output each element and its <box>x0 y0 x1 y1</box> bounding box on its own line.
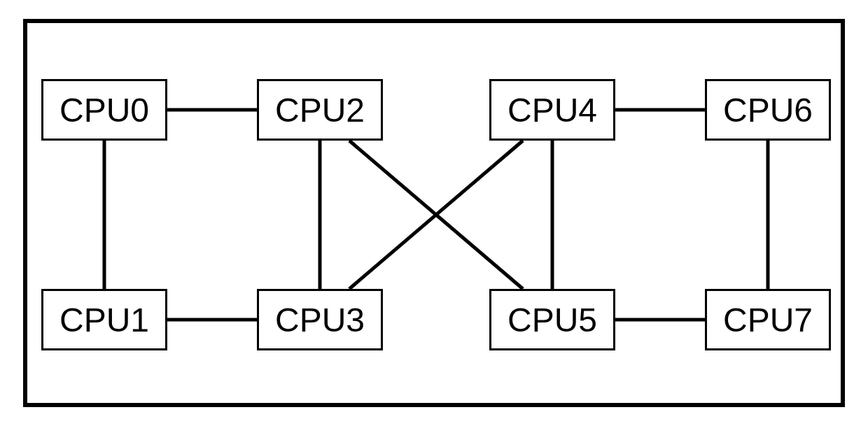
node-cpu3-label: CPU3 <box>275 301 365 339</box>
node-cpu0: CPU0 <box>41 79 167 141</box>
node-cpu6-label: CPU6 <box>723 91 813 129</box>
node-cpu6: CPU6 <box>705 79 831 141</box>
node-cpu2-label: CPU2 <box>275 91 365 129</box>
node-cpu5: CPU5 <box>489 289 615 350</box>
node-cpu7-label: CPU7 <box>723 301 813 339</box>
node-cpu4-label: CPU4 <box>507 91 597 129</box>
node-cpu5-label: CPU5 <box>507 301 597 339</box>
node-cpu1-label: CPU1 <box>59 301 149 339</box>
node-cpu0-label: CPU0 <box>59 91 149 129</box>
node-cpu1: CPU1 <box>41 289 167 350</box>
node-cpu4: CPU4 <box>489 79 615 141</box>
node-cpu3: CPU3 <box>257 289 383 350</box>
diagram-frame: CPU0 CPU2 CPU4 CPU6 CPU1 CPU3 CPU5 CPU7 <box>23 19 845 407</box>
node-cpu2: CPU2 <box>257 79 383 141</box>
node-cpu7: CPU7 <box>705 289 831 350</box>
